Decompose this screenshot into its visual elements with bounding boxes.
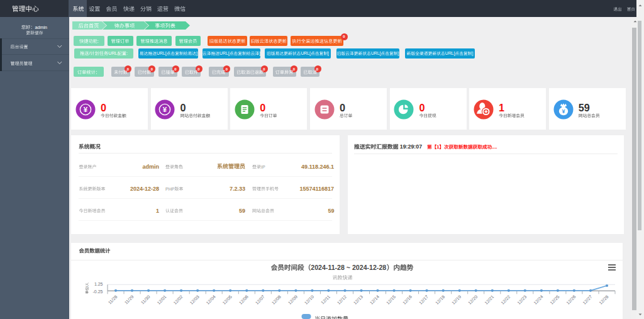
svg-text:¥: ¥ [562, 108, 565, 115]
svg-text:¥: ¥ [163, 106, 167, 113]
svg-text:¥: ¥ [84, 106, 88, 113]
